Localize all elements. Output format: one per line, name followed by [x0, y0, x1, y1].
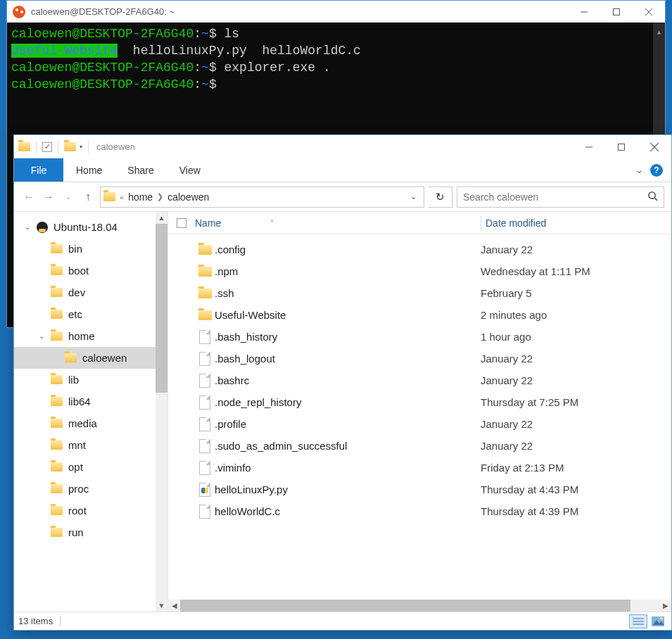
- ribbon-expand-icon[interactable]: ⌄: [635, 165, 643, 175]
- folder-icon: [51, 397, 63, 406]
- file-row[interactable]: .node_repl_historyThursday at 7:25 PM: [168, 391, 671, 413]
- file-icon: [199, 396, 210, 410]
- tree-item[interactable]: root: [14, 500, 167, 521]
- svg-point-15: [660, 617, 663, 620]
- column-divider[interactable]: [481, 215, 481, 231]
- qat-dropdown-icon[interactable]: ▾: [80, 144, 82, 150]
- tree-item-label: Ubuntu-18.04: [53, 221, 118, 233]
- maximize-button[interactable]: [605, 135, 638, 158]
- minimize-button[interactable]: [573, 135, 605, 158]
- folder-icon: [51, 331, 63, 341]
- tree-item[interactable]: run: [14, 521, 167, 543]
- column-date[interactable]: Date modified: [486, 217, 671, 229]
- sort-asc-icon[interactable]: ˄: [270, 219, 274, 227]
- file-row[interactable]: helloWorldC.cThursday at 4:39 PM: [168, 500, 671, 522]
- tree-item[interactable]: ⌄home: [14, 325, 167, 347]
- file-date: February 5: [481, 287, 671, 299]
- python-file-icon: [199, 483, 210, 497]
- terminal-command: ls: [224, 27, 240, 41]
- qat-properties-button[interactable]: ✓: [42, 142, 52, 152]
- file-row[interactable]: .profileJanuary 22: [168, 413, 671, 435]
- close-button[interactable]: [638, 135, 671, 158]
- address-bar[interactable]: « home ❯ caloewen ⌄: [100, 186, 424, 208]
- tree-expand-icon[interactable]: ⌄: [38, 332, 45, 340]
- nav-recent-dropdown[interactable]: ⌄: [61, 187, 76, 207]
- file-row[interactable]: .npmWednesday at 1:11 PM: [168, 260, 671, 282]
- tree-item[interactable]: lib: [14, 369, 167, 391]
- file-icon: [199, 330, 210, 344]
- file-name: .bash_history: [215, 331, 481, 343]
- address-dropdown-icon[interactable]: ⌄: [406, 192, 421, 201]
- file-row[interactable]: helloLinuxPy.pyThursday at 4:43 PM: [168, 479, 671, 500]
- scroll-up-icon[interactable]: ▲: [156, 212, 167, 224]
- tree-item[interactable]: dev: [14, 281, 167, 303]
- file-date: Thursday at 4:39 PM: [481, 505, 671, 517]
- tree-item[interactable]: ⌄Ubuntu-18.04: [14, 216, 167, 238]
- nav-back-button[interactable]: ←: [21, 187, 37, 207]
- prompt-symbol: $: [209, 61, 217, 75]
- tree-item[interactable]: boot: [14, 260, 167, 281]
- explorer-titlebar[interactable]: ✓ ▾ caloewen: [14, 135, 671, 158]
- file-list[interactable]: .configJanuary 22.npmWednesday at 1:11 P…: [168, 234, 671, 600]
- tree-item[interactable]: caloewen: [14, 347, 167, 369]
- thumbnails-view-button[interactable]: [649, 614, 667, 628]
- tree-scrollbar[interactable]: ▲ ▼: [156, 212, 167, 612]
- ribbon-file-tab[interactable]: File: [14, 158, 63, 182]
- prompt-symbol: $: [209, 77, 217, 91]
- folder-icon: [51, 484, 63, 493]
- tree-item[interactable]: proc: [14, 478, 167, 500]
- tree-item-label: lib64: [68, 396, 91, 407]
- ribbon-tab-home[interactable]: Home: [63, 158, 115, 182]
- breadcrumb-separator-icon: ❯: [153, 192, 167, 201]
- file-row[interactable]: .bashrcJanuary 22: [168, 369, 671, 391]
- scrollbar-thumb[interactable]: [180, 600, 630, 612]
- tree-item-label: dev: [68, 286, 85, 298]
- tree-item[interactable]: media: [14, 412, 167, 434]
- nav-forward-button[interactable]: →: [41, 187, 56, 207]
- file-row[interactable]: .bash_history1 hour ago: [168, 326, 671, 348]
- status-item-count: 13 items: [18, 616, 53, 626]
- details-view-button[interactable]: [629, 614, 647, 628]
- close-button[interactable]: [633, 1, 665, 23]
- tree-item[interactable]: mnt: [14, 434, 167, 456]
- scroll-right-icon[interactable]: ▶: [659, 600, 671, 612]
- scroll-left-icon[interactable]: ◀: [168, 600, 180, 612]
- file-name: .ssh: [215, 287, 481, 299]
- file-icon: [199, 417, 210, 431]
- file-row[interactable]: .bash_logoutJanuary 22: [168, 348, 671, 369]
- file-name: .npm: [215, 265, 481, 277]
- horizontal-scrollbar[interactable]: ◀ ▶: [168, 600, 671, 612]
- scroll-up-icon[interactable]: ▲: [657, 25, 661, 42]
- tree-item[interactable]: bin: [14, 238, 167, 260]
- maximize-button[interactable]: [600, 1, 633, 23]
- ribbon-tab-view[interactable]: View: [167, 158, 213, 182]
- folder-icon: [51, 419, 63, 428]
- select-all-checkbox[interactable]: [177, 218, 195, 228]
- refresh-button[interactable]: ↻: [429, 186, 452, 208]
- nav-up-button[interactable]: ↑: [80, 187, 96, 207]
- file-row[interactable]: .sshFebruary 5: [168, 282, 671, 304]
- navigation-tree[interactable]: ⌄Ubuntu-18.04binbootdevetc⌄homecaloewenl…: [14, 212, 168, 612]
- scroll-down-icon[interactable]: ▼: [156, 600, 167, 612]
- terminal-titlebar[interactable]: caloewen@DESKTOP-2FA6G40: ~: [7, 1, 665, 23]
- search-input[interactable]: Search caloewen: [457, 186, 664, 208]
- file-row[interactable]: Useful-Website2 minutes ago: [168, 304, 671, 326]
- tree-expand-icon[interactable]: ⌄: [24, 223, 31, 231]
- tree-item[interactable]: opt: [14, 456, 167, 478]
- ribbon-tab-share[interactable]: Share: [115, 158, 166, 182]
- file-row[interactable]: .viminfoFriday at 2:13 PM: [168, 457, 671, 479]
- scrollbar-thumb[interactable]: [156, 224, 167, 393]
- tree-item[interactable]: etc: [14, 303, 167, 325]
- svg-point-8: [649, 191, 655, 198]
- tree-item[interactable]: lib64: [14, 391, 167, 412]
- breadcrumb-item[interactable]: caloewen: [167, 191, 209, 203]
- file-row[interactable]: .configJanuary 22: [168, 239, 671, 260]
- help-icon[interactable]: ?: [650, 164, 663, 177]
- breadcrumb-item[interactable]: home: [128, 191, 153, 203]
- folder-icon: [51, 441, 63, 450]
- minimize-button[interactable]: [568, 1, 600, 23]
- file-name: helloWorldC.c: [215, 505, 481, 517]
- file-row[interactable]: .sudo_as_admin_successfulJanuary 22: [168, 435, 671, 457]
- column-name[interactable]: Name: [195, 217, 221, 229]
- folder-icon: [51, 288, 63, 297]
